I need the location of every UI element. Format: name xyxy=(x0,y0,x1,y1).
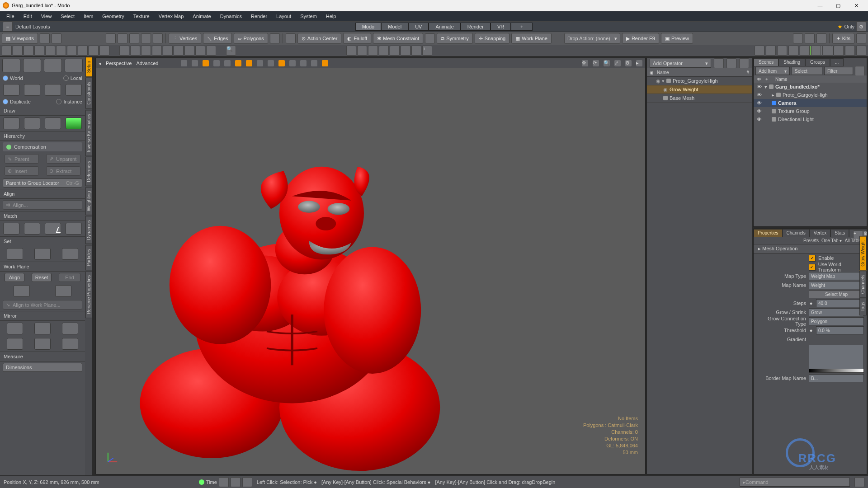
vp-nav-icon[interactable]: ⟳ xyxy=(593,60,599,66)
layout-tab-model[interactable]: Model xyxy=(381,23,408,31)
op-item[interactable]: Base Mesh xyxy=(647,94,752,103)
extract-button[interactable]: ⊖Extract xyxy=(46,166,80,176)
status-extra-icon[interactable] xyxy=(854,477,864,487)
strip-icon[interactable] xyxy=(834,46,844,56)
t2c-icon[interactable] xyxy=(357,46,367,56)
view-mode-label[interactable]: Perspective xyxy=(106,61,132,66)
op-item[interactable]: ◉ ▾Proto_GargoyleHigh xyxy=(647,77,752,85)
t2b-icon[interactable] xyxy=(141,46,151,56)
mirror-icon[interactable] xyxy=(62,338,78,350)
only-label[interactable]: Only xyxy=(844,24,854,29)
match-icon[interactable] xyxy=(3,223,19,235)
drop-action-dropdown[interactable]: Drop Action: (none)▾ xyxy=(564,33,620,44)
use-world-checkbox[interactable]: ✓ xyxy=(809,264,816,271)
scene-tab-scenes[interactable]: Scenes xyxy=(754,58,778,66)
side-tab-dynamics[interactable]: Dynamics xyxy=(85,216,92,244)
one-tab-dropdown[interactable]: One Tab ▾ xyxy=(821,238,842,243)
t2-icon[interactable] xyxy=(13,46,23,56)
item-mode-icon[interactable] xyxy=(286,33,296,43)
tool-icon[interactable] xyxy=(24,84,40,96)
scene-tab-more[interactable]: ... xyxy=(830,58,844,66)
strip-icon[interactable] xyxy=(811,46,821,56)
t2-icon[interactable] xyxy=(24,46,33,56)
t2c-icon[interactable] xyxy=(390,46,400,56)
transform-icon[interactable] xyxy=(65,59,83,72)
op-opt-icon[interactable] xyxy=(739,58,749,68)
time-opt-icon[interactable] xyxy=(231,477,241,487)
strip-icon[interactable] xyxy=(766,46,776,56)
transform-icon[interactable] xyxy=(44,59,62,72)
material-icon[interactable] xyxy=(270,33,280,43)
select-dropdown[interactable]: Select xyxy=(792,67,822,75)
t2-icon[interactable] xyxy=(89,46,99,56)
side-tab-grow-weight[interactable]: Grow Weight xyxy=(859,236,867,271)
t2-icon[interactable] xyxy=(34,46,44,56)
match-icon[interactable] xyxy=(66,223,82,235)
maximize-button[interactable]: ▢ xyxy=(829,1,847,10)
menu-select[interactable]: Select xyxy=(56,13,79,20)
align-to-workplane-button[interactable]: ↘Align to Work Plane... xyxy=(3,300,82,310)
time-opt-icon[interactable] xyxy=(242,477,252,487)
scene-row[interactable]: 👁▸Proto_GargoyleHigh xyxy=(754,91,867,99)
time-opt-icon[interactable] xyxy=(219,477,229,487)
vp-nav-icon[interactable]: ⚙ xyxy=(625,60,632,66)
strip-icon[interactable] xyxy=(856,46,866,56)
vp-opt-icon[interactable] xyxy=(311,60,317,66)
vp-opt-icon[interactable] xyxy=(289,60,296,66)
vp-opt-icon[interactable] xyxy=(268,60,274,66)
vp-opt-icon[interactable] xyxy=(322,60,328,66)
props-tab-channels[interactable]: Channels xyxy=(783,229,810,237)
align-button[interactable]: ⇉Align... xyxy=(3,200,82,210)
default-layouts-label[interactable]: Default Layouts xyxy=(15,24,50,29)
kits-button[interactable]: ✦Kits xyxy=(832,33,854,44)
menu-layout[interactable]: Layout xyxy=(272,13,296,20)
layout-tab-render[interactable]: Render xyxy=(461,23,491,31)
strip-icon[interactable] xyxy=(822,46,832,56)
polygons-button[interactable]: ▱Polygons xyxy=(234,33,268,44)
menu-file[interactable]: File xyxy=(2,13,19,20)
wp-icon[interactable] xyxy=(55,285,71,297)
menu-geometry[interactable]: Geometry xyxy=(98,13,128,20)
props-tab-stats[interactable]: Stats xyxy=(830,229,849,237)
vp-opt-icon[interactable] xyxy=(203,60,209,66)
draw-tool-icon[interactable] xyxy=(66,117,82,129)
vp-opt-icon[interactable] xyxy=(192,60,198,66)
map-name-field[interactable]: Weight xyxy=(809,281,864,289)
insert-button[interactable]: ⊕Insert xyxy=(5,166,39,176)
tool-icon[interactable] xyxy=(66,84,82,96)
side-tab-channels[interactable]: Channels xyxy=(859,271,867,298)
pal-2-icon[interactable] xyxy=(805,33,815,43)
layout-tab-vr[interactable]: VR xyxy=(491,23,511,31)
scene-tab-groups[interactable]: Groups xyxy=(805,58,830,66)
border-map-field[interactable]: B... xyxy=(809,374,864,382)
layout-tab-add[interactable]: + xyxy=(511,23,533,31)
viewport-split1-icon[interactable] xyxy=(40,33,50,43)
t2b-icon[interactable] xyxy=(119,46,129,56)
filter-dropdown[interactable]: Filter xyxy=(824,67,853,75)
compensation-toggle[interactable]: Compensation xyxy=(3,142,82,151)
t2c-plus-icon[interactable]: + xyxy=(422,46,432,56)
vertices-button[interactable]: ⋮Vertices xyxy=(169,33,201,44)
add-item-dropdown[interactable]: Add Item▾ xyxy=(755,67,790,75)
draw-tool-icon[interactable] xyxy=(3,117,19,129)
close-button[interactable]: ✕ xyxy=(847,1,865,10)
gear-icon[interactable]: ⚙ xyxy=(856,22,866,32)
match-icon[interactable] xyxy=(24,223,40,235)
t2-icon[interactable] xyxy=(2,46,12,56)
viewports-button[interactable]: ▦Viewports xyxy=(2,33,38,44)
vp-nav-icon[interactable]: ▸ xyxy=(636,60,642,66)
threshold-field[interactable]: 0.0 % xyxy=(816,326,864,334)
local-radio[interactable] xyxy=(63,75,69,81)
t2-icon[interactable] xyxy=(67,46,77,56)
render-button[interactable]: ▶Render F9 xyxy=(622,33,659,44)
map-type-dropdown[interactable]: Weight Map xyxy=(809,272,864,280)
mirror-icon[interactable] xyxy=(62,323,78,334)
t2c-icon[interactable] xyxy=(411,46,421,56)
side-tab-ik[interactable]: Inverse Kinematics xyxy=(85,110,92,156)
enable-checkbox[interactable]: ✓ xyxy=(809,255,816,262)
menu-edit[interactable]: Edit xyxy=(19,13,37,20)
symmetry-button[interactable]: ⧉Symmetry xyxy=(437,33,473,44)
t2b-icon[interactable] xyxy=(152,46,162,56)
minimize-button[interactable]: — xyxy=(811,1,829,10)
draw-tool-icon[interactable] xyxy=(24,117,40,129)
